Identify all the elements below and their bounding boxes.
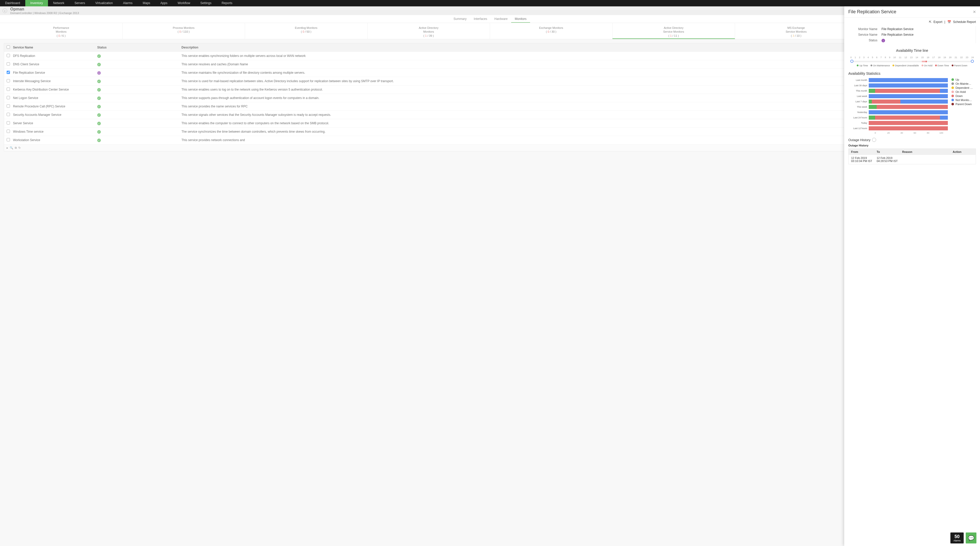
status-ok-icon: ✓: [97, 105, 101, 108]
row-checkbox[interactable]: [6, 96, 10, 99]
outage-subheading: Outage History: [848, 144, 976, 147]
panel-title: File Replication Service: [848, 9, 896, 14]
back-button[interactable]: ‹: [3, 8, 7, 13]
nav-item-settings[interactable]: Settings: [195, 0, 216, 6]
footer-play-icon[interactable]: ▸: [6, 146, 8, 149]
row-checkbox[interactable]: [6, 62, 10, 65]
service-name: Security Accounts Manager Service: [13, 113, 97, 117]
tab-summary[interactable]: Summary: [450, 15, 470, 23]
row-checkbox[interactable]: [6, 104, 10, 108]
status-down-icon: ↓: [97, 71, 101, 75]
col-header-status[interactable]: Status: [97, 46, 181, 49]
row-checkbox[interactable]: [6, 71, 10, 74]
top-nav: DashboardInventoryNetworkServersVirtuali…: [0, 0, 980, 6]
service-name: Windows Time service: [13, 130, 97, 133]
nav-item-dashboard[interactable]: Dashboard: [0, 0, 25, 6]
service-name: Server Service: [13, 121, 97, 125]
chart-bar-row: Yesterday: [848, 110, 948, 114]
footer-search-icon[interactable]: 🔍: [10, 146, 13, 149]
footer-copy-icon[interactable]: ⧉: [15, 146, 17, 149]
table-row[interactable]: DFS Replication✓This service enables syn…: [4, 52, 976, 60]
row-checkbox[interactable]: [6, 138, 10, 141]
tab-interfaces[interactable]: Interfaces: [470, 15, 491, 23]
nav-item-maps[interactable]: Maps: [138, 0, 155, 6]
chart-bar-row: Last 7 days: [848, 100, 948, 103]
outage-row: 12 Feb 2019 03:10:34 PM IST12 Feb 2019 0…: [849, 155, 976, 155]
service-name: Intersite Messaging Service: [13, 79, 97, 83]
row-checkbox[interactable]: [6, 87, 10, 91]
chart-bar-row: Last 30 days: [848, 83, 948, 87]
nav-item-network[interactable]: Network: [48, 0, 69, 6]
chart-bar-row: Today: [848, 121, 948, 125]
status-ok-icon: ✓: [97, 54, 101, 58]
monitor-card[interactable]: Eventlog Monitors( 0 / 50 ): [245, 23, 368, 39]
device-meta: DomainController | Windows 2008 R2 | Exc…: [10, 11, 79, 14]
outage-table: From To Reason Action 12 Feb 2019 03:10:…: [848, 149, 976, 155]
chart-bar-row: Last week: [848, 94, 948, 98]
footer-refresh-icon[interactable]: ↻: [18, 146, 21, 149]
tab-hardware[interactable]: Hardware: [491, 15, 511, 23]
nav-item-workflow[interactable]: Workflow: [172, 0, 195, 6]
table-footer: ▸ 🔍 ⧉ ↻ ⇤ ‹ Page of 1 › ⇥ 50: [4, 144, 976, 151]
nav-item-reports[interactable]: Reports: [216, 0, 237, 6]
slider-handle-start[interactable]: [850, 60, 853, 63]
status-ok-icon: ✓: [97, 138, 101, 142]
monitor-card[interactable]: Exchange Monitors( 0 / 30 ): [490, 23, 612, 39]
row-checkbox[interactable]: [6, 54, 10, 57]
nav-item-servers[interactable]: Servers: [69, 0, 90, 6]
table-row[interactable]: Workstation Service✓This service provide…: [4, 136, 976, 144]
table-row[interactable]: Intersite Messaging Service✓This service…: [4, 77, 976, 86]
table-row[interactable]: Remote Procedure Call (RPC) Service✓This…: [4, 102, 976, 111]
table-row[interactable]: Security Accounts Manager Service✓This s…: [4, 111, 976, 119]
stats-title: Availability Statistics: [848, 71, 976, 76]
export-link[interactable]: Export: [934, 20, 942, 24]
monitor-card[interactable]: Process Monitors( 0 / 110 ): [123, 23, 245, 39]
service-name: File Replication Service: [13, 71, 97, 75]
chart-bar-row: Last 12 hours: [848, 126, 948, 130]
select-all-checkbox[interactable]: [6, 45, 10, 49]
timeline-slider[interactable]: [851, 61, 974, 62]
row-checkbox[interactable]: [6, 130, 10, 133]
sub-header: ‹ Opman DomainController | Windows 2008 …: [0, 6, 980, 15]
table-row[interactable]: DNS Client Service✓This service resolves…: [4, 60, 976, 69]
nav-item-inventory[interactable]: Inventory: [25, 0, 48, 6]
table-row[interactable]: Server Service✓This service enables the …: [4, 119, 976, 128]
chart-bar-row: Last 24 hours: [848, 116, 948, 120]
table-row[interactable]: Kerberos Key Distribution Center Service…: [4, 86, 976, 94]
monitor-card[interactable]: MS ExchangeService Monitors( 3 / 10 ): [735, 23, 858, 39]
status-ok-icon: ✓: [97, 88, 101, 92]
info-block: Monitor NameFile Replication ServiceServ…: [848, 26, 976, 43]
status-ok-icon: ✓: [97, 130, 101, 134]
monitor-card[interactable]: Active DirectoryMonitors( 1 / 39 ): [368, 23, 490, 39]
row-checkbox[interactable]: [6, 79, 10, 83]
timeline-axis: 0123456789101112131415161718192021222324: [848, 55, 976, 60]
status-ok-icon: ✓: [97, 113, 101, 117]
status-ok-icon: ✓: [97, 63, 101, 66]
tab-monitors[interactable]: Monitors: [511, 15, 530, 23]
monitor-card[interactable]: PerformanceMonitors( 0 / 6 ): [0, 23, 123, 39]
table-row[interactable]: File Replication Service↓This service ma…: [4, 69, 976, 77]
service-name: DFS Replication: [13, 54, 97, 58]
clock-icon[interactable]: [872, 138, 876, 142]
service-name: Kerberos Key Distribution Center Service: [13, 88, 97, 91]
nav-item-alarms[interactable]: Alarms: [118, 0, 138, 6]
monitor-card[interactable]: Active DirectoryService Monitors( 1 / 11…: [612, 23, 735, 39]
table-row[interactable]: Windows Time service✓The service synchro…: [4, 128, 976, 136]
slider-handle-end[interactable]: [971, 60, 974, 63]
export-icon[interactable]: ⇱: [929, 20, 932, 24]
schedule-report-link[interactable]: Schedule Report: [953, 20, 976, 24]
row-checkbox[interactable]: [6, 113, 10, 116]
col-header-name[interactable]: Service Name: [13, 46, 97, 49]
status-ok-icon: ✓: [97, 79, 101, 83]
table-header: Service Name Status Description: [4, 43, 976, 52]
row-checkbox[interactable]: [6, 121, 10, 124]
table-row[interactable]: Net Logon Service✓This service supports …: [4, 94, 976, 102]
details-panel: File Replication Service × ⇱ Export | 📅 …: [844, 6, 980, 155]
nav-item-virtualization[interactable]: Virtualization: [90, 0, 118, 6]
service-name: Remote Procedure Call (RPC) Service: [13, 105, 97, 108]
close-icon[interactable]: ×: [973, 9, 976, 15]
nav-item-apps[interactable]: Apps: [156, 0, 172, 6]
services-table: Service Name Status Description DFS Repl…: [4, 43, 976, 151]
calendar-icon[interactable]: 📅: [947, 20, 951, 24]
service-name: Net Logon Service: [13, 96, 97, 100]
